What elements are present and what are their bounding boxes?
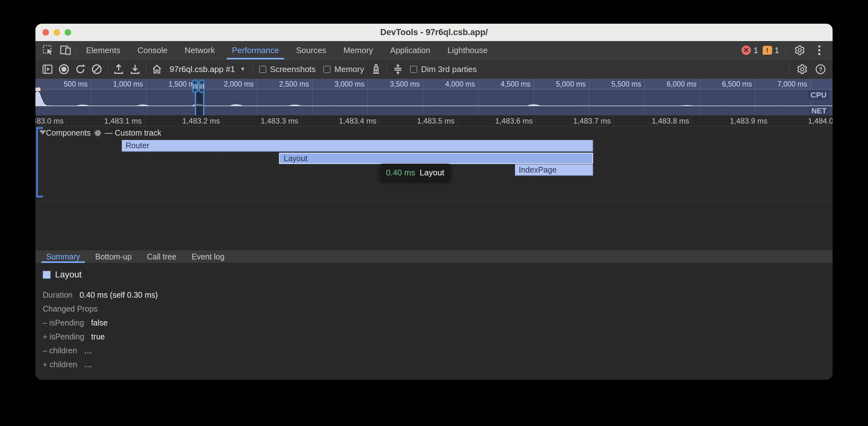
ruler-tick-label: 1,483.2 ms xyxy=(169,117,220,126)
summary-title: Layout xyxy=(55,269,82,280)
more-options-icon[interactable] xyxy=(812,43,827,57)
tab-label: Console xyxy=(137,45,167,55)
performance-toolbar: 97r6ql.csb.app #1 ▼ Screenshots Memory xyxy=(35,60,833,79)
home-icon[interactable] xyxy=(149,62,164,76)
event-tooltip: 0.40 ms Layout xyxy=(380,164,451,182)
summary-row-value: false xyxy=(91,316,108,330)
settings-gear-icon[interactable] xyxy=(792,43,807,57)
tab-label: Sources xyxy=(296,45,326,55)
tab-elements[interactable]: Elements xyxy=(78,41,129,59)
flame-event-layout[interactable]: Layout xyxy=(279,153,593,164)
summary-row: Changed Props xyxy=(43,302,833,316)
summary-row-label: – isPending xyxy=(43,316,84,330)
divider xyxy=(789,64,789,74)
collapse-sections-icon[interactable] xyxy=(390,62,406,76)
tab-label: Elements xyxy=(86,45,120,55)
ruler-tick-label: 1,483.1 ms xyxy=(91,117,142,126)
track-suffix: — Custom track xyxy=(105,128,161,137)
ruler-tick xyxy=(301,116,301,126)
summary-pane: Layout Duration0.40 ms (self 0.30 ms)Cha… xyxy=(35,263,833,377)
help-icon[interactable]: ? xyxy=(813,62,828,76)
tab-label: Lighthouse xyxy=(447,45,488,55)
overview-tick-label: 1,500 ms xyxy=(151,80,198,89)
history-selected: 97r6ql.csb.app #1 xyxy=(169,64,235,74)
capture-settings-gear-icon[interactable] xyxy=(795,62,810,76)
flame-gridline xyxy=(770,126,770,250)
tab-sources[interactable]: Sources xyxy=(287,41,335,59)
zoom-window-button[interactable] xyxy=(65,29,71,36)
summary-row-label: + children xyxy=(43,357,77,371)
details-tab-label: Summary xyxy=(46,252,80,261)
summary-row-value: … xyxy=(84,343,92,357)
close-window-button[interactable] xyxy=(42,29,49,36)
ruler-tick xyxy=(222,116,223,126)
details-tab-call-tree[interactable]: Call tree xyxy=(139,250,184,263)
details-tabbar: SummaryBottom-upCall treeEvent log xyxy=(35,250,833,263)
desktop: DevTools - 97r6ql.csb.app/ ElementsConso… xyxy=(0,0,868,426)
reload-record-icon[interactable] xyxy=(73,62,88,76)
summary-row: + isPendingtrue xyxy=(43,330,833,343)
upload-profile-icon[interactable] xyxy=(111,62,126,76)
ruler-tick xyxy=(613,116,614,126)
summary-row: + children… xyxy=(43,357,833,371)
garbage-collect-icon[interactable] xyxy=(369,62,384,76)
tab-network[interactable]: Network xyxy=(176,41,223,59)
tab-performance[interactable]: Performance xyxy=(223,41,287,59)
divider xyxy=(107,64,108,74)
tab-memory[interactable]: Memory xyxy=(335,41,381,59)
history-dropdown[interactable]: 97r6ql.csb.app #1 ▼ xyxy=(166,64,249,74)
chevron-down-icon: ▼ xyxy=(240,66,245,72)
download-profile-icon[interactable] xyxy=(127,62,143,76)
memory-label: Memory xyxy=(334,64,364,74)
ruler-tick xyxy=(535,116,535,126)
screenshots-checkbox[interactable]: Screenshots xyxy=(259,64,316,74)
tab-application[interactable]: Application xyxy=(381,41,439,59)
clear-icon[interactable] xyxy=(89,62,104,76)
details-tab-label: Call tree xyxy=(147,252,176,261)
flamechart[interactable]: Components — Custom track RouterLayoutIn… xyxy=(35,126,833,250)
error-count: 1 xyxy=(753,45,758,55)
selection-right-handle[interactable] xyxy=(199,79,205,93)
flame-gridline xyxy=(692,126,692,250)
ruler-tick-label: 1,484.0 ms xyxy=(795,117,833,126)
toggle-sidebar-icon[interactable] xyxy=(40,62,55,76)
minimize-window-button[interactable] xyxy=(54,29,60,36)
event-color-swatch xyxy=(43,271,51,279)
memory-checkbox[interactable]: Memory xyxy=(323,64,364,74)
ruler-tick xyxy=(692,116,692,126)
summary-row-value: true xyxy=(91,330,105,343)
dim-3rd-parties-checkbox[interactable]: Dim 3rd parties xyxy=(410,64,477,74)
summary-row-label: – children xyxy=(43,343,77,357)
details-tab-summary[interactable]: Summary xyxy=(39,250,88,263)
error-badge[interactable]: ✕ 1 xyxy=(741,45,758,55)
device-toolbar-icon[interactable] xyxy=(58,43,73,57)
ruler-tick-label: 1,483.7 ms xyxy=(560,117,611,126)
checkbox-icon xyxy=(259,66,266,73)
divider xyxy=(75,45,75,55)
flame-event-indexpage[interactable]: IndexPage xyxy=(515,164,593,176)
inspect-element-icon[interactable] xyxy=(40,43,56,57)
flame-event-router[interactable]: Router xyxy=(122,140,593,152)
record-icon[interactable] xyxy=(56,62,71,76)
tab-console[interactable]: Console xyxy=(129,41,176,59)
track-header[interactable]: Components — Custom track xyxy=(46,128,161,137)
ruler-tick-label: 1,483.4 ms xyxy=(326,117,376,126)
details-tab-bottom-up[interactable]: Bottom-up xyxy=(88,250,139,263)
tab-label: Application xyxy=(390,45,430,55)
summary-row-label: + isPending xyxy=(43,330,84,343)
ruler-tick xyxy=(379,116,379,126)
tab-label: Memory xyxy=(343,45,373,55)
selection-left-handle[interactable] xyxy=(192,79,198,93)
details-tab-label: Bottom-up xyxy=(95,252,132,261)
details-tab-event-log[interactable]: Event log xyxy=(184,250,232,263)
tab-lighthouse[interactable]: Lighthouse xyxy=(439,41,496,59)
track-focus-bracket xyxy=(36,127,43,198)
overview-tick-label: 6,500 ms xyxy=(705,80,752,89)
timeline-overview[interactable]: 500 ms1,000 ms1,500 ms2,000 ms2,500 ms3,… xyxy=(35,79,833,116)
ruler-tick-label: 1,483.0 ms xyxy=(35,117,64,126)
cpu-lane-label: CPU xyxy=(808,90,829,100)
collapse-track-icon[interactable] xyxy=(39,130,46,135)
error-icon: ✕ xyxy=(741,45,751,55)
checkbox-icon xyxy=(410,66,417,73)
issues-badge[interactable]: ! 1 xyxy=(763,45,779,55)
